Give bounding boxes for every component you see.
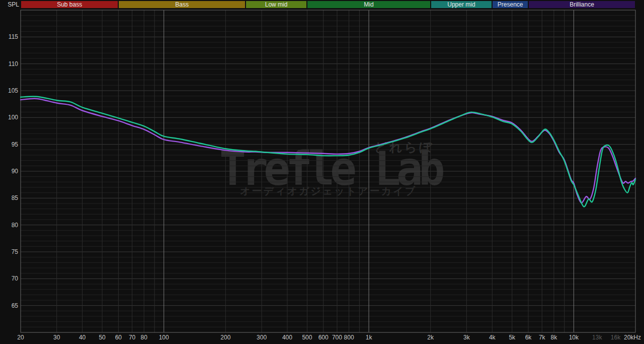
fr-plot-canvas bbox=[0, 0, 644, 344]
frequency-response-chart: SPL Sub bassBassLow midMidUpper midPrese… bbox=[0, 0, 644, 344]
fr-curve-channel-green bbox=[21, 96, 635, 207]
